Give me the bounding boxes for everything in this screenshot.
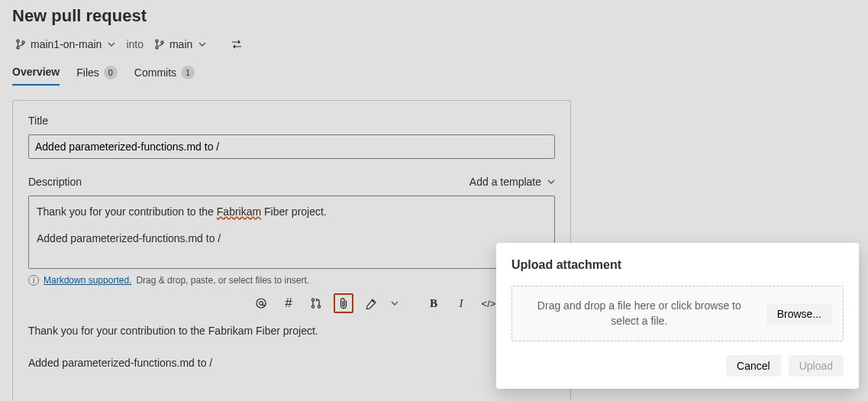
cancel-button[interactable]: Cancel: [726, 355, 781, 377]
italic-button[interactable]: I: [451, 293, 471, 313]
swap-icon: [231, 39, 243, 50]
chevron-down-icon: [198, 40, 206, 48]
markdown-hint-text: Drag & drop, paste, or select files to i…: [136, 275, 309, 286]
title-label: Title: [28, 115, 555, 127]
heading-dropdown[interactable]: [389, 293, 401, 313]
code-icon: </>: [482, 298, 496, 309]
file-dropzone[interactable]: Drag and drop a file here or click brows…: [511, 286, 844, 341]
upload-attachment-modal: Upload attachment Drag and drop a file h…: [496, 243, 859, 389]
swap-branches-button[interactable]: [226, 37, 247, 51]
hash-icon: #: [285, 296, 292, 311]
svg-point-9: [311, 306, 314, 308]
bold-icon: B: [430, 297, 437, 310]
page-title: New pull request: [12, 6, 856, 26]
bold-button[interactable]: B: [424, 293, 444, 313]
tab-overview[interactable]: Overview: [12, 66, 60, 86]
markdown-supported-link[interactable]: Markdown supported.: [44, 275, 131, 286]
chevron-down-icon: [547, 178, 555, 186]
description-preview: Thank you for your contribution to the F…: [28, 322, 555, 372]
add-template-label: Add a template: [469, 176, 541, 188]
svg-point-6: [257, 299, 266, 308]
branch-selector-row: main1-on-main into main: [12, 37, 856, 52]
dropzone-text: Drag and drop a file here or click brows…: [523, 299, 756, 328]
svg-point-7: [260, 302, 263, 306]
info-icon: i: [28, 275, 39, 286]
svg-point-5: [161, 41, 163, 44]
branch-icon: [154, 39, 165, 50]
branch-icon: [15, 39, 26, 50]
pr-link-button[interactable]: [306, 293, 326, 313]
title-input[interactable]: [28, 134, 555, 159]
chevron-down-icon: [391, 299, 399, 307]
description-line1: Thank you for your contribution to the F…: [37, 204, 547, 220]
files-count-badge: 0: [104, 66, 118, 79]
source-branch-selector[interactable]: main1-on-main: [12, 37, 118, 52]
tab-commits-label: Commits: [134, 66, 176, 79]
tab-files[interactable]: Files 0: [76, 66, 118, 86]
attach-button[interactable]: [334, 293, 353, 313]
italic-icon: I: [460, 297, 463, 310]
description-label: Description: [28, 176, 82, 188]
pencil-icon: [366, 298, 377, 309]
pullrequest-icon: [310, 297, 322, 309]
description-textarea[interactable]: Thank you for your contribution to the F…: [28, 196, 555, 269]
svg-point-0: [17, 40, 19, 42]
upload-button[interactable]: Upload: [789, 355, 844, 377]
pr-form-panel: Title Description Add a template Thank y…: [12, 100, 571, 401]
add-template-dropdown[interactable]: Add a template: [469, 176, 555, 188]
svg-point-10: [318, 306, 320, 308]
source-branch-name: main1-on-main: [31, 38, 102, 50]
tab-commits[interactable]: Commits 1: [134, 66, 195, 86]
svg-point-4: [156, 47, 158, 49]
at-icon: [255, 297, 267, 309]
mention-button[interactable]: [251, 293, 271, 313]
tab-files-label: Files: [76, 66, 99, 79]
modal-title: Upload attachment: [511, 258, 844, 272]
commits-count-badge: 1: [181, 66, 195, 79]
markdown-hint-row: i Markdown supported. Drag & drop, paste…: [28, 275, 555, 286]
svg-point-8: [311, 299, 314, 301]
target-branch-name: main: [169, 38, 192, 50]
svg-point-2: [22, 41, 24, 44]
svg-point-3: [156, 40, 158, 42]
browse-button[interactable]: Browse...: [766, 303, 832, 325]
chevron-down-icon: [108, 40, 115, 48]
into-label: into: [126, 38, 144, 50]
workitem-button[interactable]: #: [279, 293, 298, 313]
svg-point-1: [17, 47, 19, 49]
pr-tabs: Overview Files 0 Commits 1: [12, 66, 856, 86]
edit-button[interactable]: [361, 293, 381, 313]
preview-line1: Thank you for your contribution to the F…: [28, 322, 555, 339]
preview-line2: Added parameterized-functions.md to /: [28, 354, 555, 371]
paperclip-icon: [338, 297, 349, 309]
editor-toolbar: # B I </>: [28, 290, 555, 313]
target-branch-selector[interactable]: main: [151, 37, 209, 52]
description-line2: Added parameterized-functions.md to /: [37, 231, 547, 247]
